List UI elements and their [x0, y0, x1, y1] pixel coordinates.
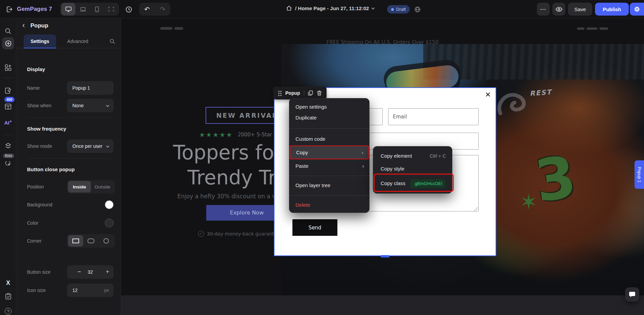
- gempages-editor: GemPages 7 ↶ ↷ / Home Page - Jun 27,: [0, 0, 644, 315]
- skeleton-bar: [577, 27, 585, 30]
- corner-segmented-control: [67, 234, 115, 248]
- circle-corner-icon: [103, 238, 109, 244]
- interaction-tool-button[interactable]: [0, 160, 16, 166]
- x-logo-icon: X: [6, 279, 10, 287]
- tab-settings[interactable]: Settings: [24, 35, 56, 48]
- menu-item-delete[interactable]: Delete: [289, 199, 369, 211]
- show-mode-label: Show mode: [27, 139, 52, 153]
- status-dot: [391, 8, 394, 11]
- back-button[interactable]: ‹: [22, 22, 25, 29]
- exit-editor-button[interactable]: [4, 4, 14, 14]
- email-field[interactable]: [388, 108, 479, 125]
- submenu-item-copy-style[interactable]: Copy style: [373, 163, 452, 174]
- ai-assistant-button[interactable]: AI✦: [0, 120, 16, 126]
- menu-divider: [289, 195, 369, 196]
- sections-library-button[interactable]: [0, 64, 16, 71]
- chevron-down-icon: [106, 144, 110, 148]
- icon-size-label: Icon size: [27, 284, 46, 297]
- position-outside-option[interactable]: Outside: [91, 184, 114, 189]
- redo-button[interactable]: ↷: [160, 5, 165, 13]
- menu-item-custom-code[interactable]: Custom code: [289, 133, 369, 145]
- color-label: Color: [27, 216, 38, 230]
- home-icon: [286, 5, 292, 11]
- class-value-badge: .gBmGHccOEl: [410, 179, 446, 188]
- active-tab-underline: [24, 48, 56, 48]
- responsive-icon: [108, 7, 114, 12]
- icon-size-input[interactable]: 12 px: [67, 284, 114, 297]
- integrations-button[interactable]: [0, 143, 16, 149]
- corner-square-option[interactable]: [68, 235, 83, 247]
- save-button[interactable]: Save: [568, 3, 592, 16]
- section-divider: [27, 158, 114, 159]
- trash-icon[interactable]: [317, 90, 322, 96]
- corner-label: Corner: [27, 234, 42, 248]
- device-desktop-button[interactable]: [61, 3, 75, 16]
- skeleton-bar: [587, 27, 597, 30]
- rail-divider: [3, 78, 13, 78]
- duplicate-icon[interactable]: [308, 90, 313, 96]
- undo-button[interactable]: ↶: [144, 5, 150, 13]
- checklist-button[interactable]: [0, 293, 16, 300]
- button-size-stepper: − 32 +: [67, 265, 114, 279]
- more-actions-button[interactable]: ···: [537, 3, 550, 16]
- left-icon-rail: 450 AI✦ Beta X ?: [0, 18, 16, 315]
- icon-color-swatch[interactable]: [105, 219, 114, 227]
- publish-button[interactable]: Publish: [595, 3, 629, 16]
- plus-icon[interactable]: +: [106, 265, 109, 278]
- translate-button[interactable]: [413, 5, 422, 14]
- history-clock-icon: [125, 6, 132, 13]
- device-responsive-button[interactable]: [104, 3, 118, 16]
- show-mode-select[interactable]: Once per user: [67, 139, 114, 153]
- popup-name-input[interactable]: Popup 1: [67, 81, 114, 95]
- undo-redo-group: ↶ ↷: [139, 3, 170, 16]
- menu-item-duplicate[interactable]: Duplicate: [289, 112, 369, 124]
- context-menu: Open settings Duplicate Custom code Copy…: [289, 98, 369, 213]
- position-inside-option[interactable]: Inside: [68, 181, 91, 193]
- corner-circle-option[interactable]: [99, 238, 114, 244]
- monitor-icon: [65, 6, 72, 12]
- panel-search-button[interactable]: [110, 39, 115, 44]
- skeleton-bar: [599, 27, 608, 30]
- device-laptop-button[interactable]: [76, 3, 90, 16]
- menu-item-open-layer-tree[interactable]: Open layer tree: [289, 179, 369, 192]
- send-button[interactable]: Send: [292, 219, 337, 236]
- global-search-button[interactable]: [0, 28, 16, 35]
- element-label[interactable]: Popup: [285, 90, 300, 96]
- x-social-button[interactable]: X: [0, 279, 16, 287]
- drag-handle-icon[interactable]: [278, 90, 282, 96]
- theme-icon: [5, 87, 11, 94]
- tab-advanced[interactable]: Advanced: [62, 35, 94, 48]
- publish-settings-button[interactable]: ⚙: [630, 3, 644, 16]
- background-label: Background: [27, 198, 52, 211]
- chevron-right-icon: ›: [362, 146, 363, 159]
- show-when-select[interactable]: None: [67, 99, 114, 112]
- position-segmented-control: Inside Outside: [67, 180, 115, 194]
- preview-button[interactable]: [552, 3, 565, 16]
- device-mobile-button[interactable]: [90, 3, 104, 16]
- templates-button[interactable]: [0, 104, 16, 110]
- submenu-item-copy-class[interactable]: Copy class .gBmGHccOEl: [373, 178, 452, 189]
- add-element-button[interactable]: [2, 37, 14, 49]
- textarea-resize-grip[interactable]: [474, 207, 478, 211]
- chat-widget-button[interactable]: [625, 287, 639, 301]
- breadcrumb[interactable]: / Home Page - Jun 27, 11:12:02: [286, 5, 374, 11]
- corner-rounded-option[interactable]: [83, 239, 98, 243]
- panel-title: Popup: [30, 22, 48, 29]
- copy-submenu: Copy element Ctrl + C Copy style Copy cl…: [373, 146, 452, 194]
- help-button[interactable]: ?: [0, 308, 16, 315]
- menu-item-open-settings[interactable]: Open settings: [289, 101, 369, 113]
- top-bar: GemPages 7 ↶ ↷ / Home Page - Jun 27,: [0, 0, 644, 18]
- submenu-item-copy-element[interactable]: Copy element Ctrl + C: [373, 151, 452, 161]
- menu-item-copy[interactable]: Copy ›: [290, 145, 369, 159]
- popup-close-button[interactable]: ✕: [485, 91, 491, 99]
- chat-bubble-icon: [629, 291, 636, 298]
- theme-styles-button[interactable]: [0, 87, 16, 94]
- version-history-button[interactable]: [124, 5, 133, 14]
- popup-side-tab[interactable]: Popup 1: [635, 160, 644, 189]
- menu-item-paste[interactable]: Paste ›: [289, 160, 369, 172]
- section-divider: [27, 117, 114, 118]
- background-color-swatch[interactable]: [105, 200, 114, 209]
- photo-swirl-watermark: [494, 90, 531, 120]
- selection-resize-handle[interactable]: [381, 255, 389, 257]
- status-badge: Draft: [387, 5, 410, 14]
